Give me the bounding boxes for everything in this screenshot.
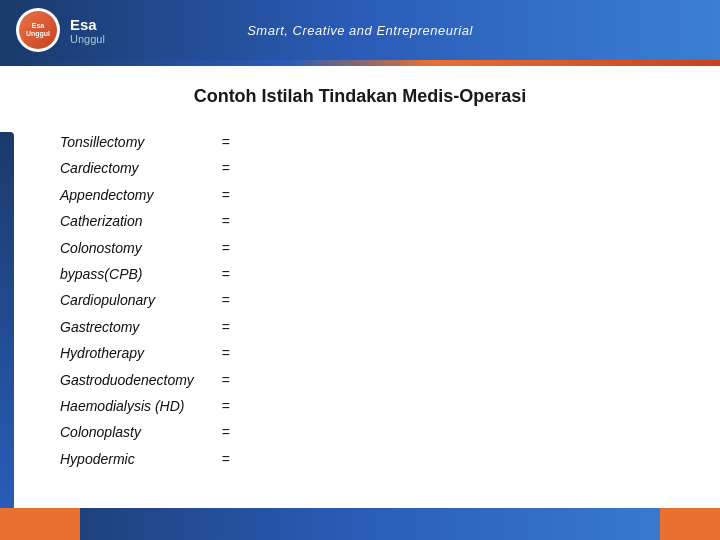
page-title: Contoh Istilah Tindakan Medis-Operasi [40, 86, 680, 107]
term-definition [234, 340, 620, 366]
page-wrapper: EsaUnggul Esa Unggul Smart, Creative and… [0, 0, 720, 540]
term-definition [234, 419, 620, 445]
term-name: Haemodialysis (HD) [60, 393, 214, 419]
term-name: Colonostomy [60, 235, 214, 261]
term-equals: = [214, 182, 234, 208]
term-equals: = [214, 208, 234, 234]
term-definition [234, 393, 620, 419]
logo-inner: EsaUnggul [19, 11, 57, 49]
term-definition [234, 155, 620, 181]
header: EsaUnggul Esa Unggul Smart, Creative and… [0, 0, 720, 60]
logo-name: Esa Unggul [70, 16, 105, 45]
header-tagline: Smart, Creative and Entrepreneurial [247, 23, 473, 38]
term-name: Appendectomy [60, 182, 214, 208]
footer [0, 508, 720, 540]
term-definition [234, 235, 620, 261]
term-definition [234, 287, 620, 313]
term-name: Hydrotherapy [60, 340, 214, 366]
left-accent-bar [0, 132, 14, 512]
term-definition [234, 314, 620, 340]
logo-name-text: Esa [70, 16, 105, 33]
term-name: Cardiectomy [60, 155, 214, 181]
terms-table: Tonsillectomy=Cardiectomy=Appendectomy=C… [60, 129, 620, 472]
term-equals: = [214, 261, 234, 287]
term-equals: = [214, 235, 234, 261]
term-name: Gastroduodenectomy [60, 367, 214, 393]
main-content: Contoh Istilah Tindakan Medis-Operasi To… [0, 66, 720, 508]
term-equals: = [214, 367, 234, 393]
term-equals: = [214, 340, 234, 366]
content-area: Contoh Istilah Tindakan Medis-Operasi To… [0, 66, 720, 508]
term-definition [234, 182, 620, 208]
logo-text: EsaUnggul [26, 22, 50, 37]
footer-accent-left [0, 508, 80, 540]
term-name: Catherization [60, 208, 214, 234]
term-equals: = [214, 419, 234, 445]
term-definition [234, 261, 620, 287]
term-equals: = [214, 155, 234, 181]
term-equals: = [214, 314, 234, 340]
logo-area: EsaUnggul Esa Unggul [16, 8, 105, 52]
term-definition [234, 208, 620, 234]
term-name: Tonsillectomy [60, 129, 214, 155]
term-equals: = [214, 129, 234, 155]
term-definition [234, 367, 620, 393]
logo-subname-text: Unggul [70, 33, 105, 45]
term-definition [234, 129, 620, 155]
term-equals: = [214, 287, 234, 313]
logo-circle: EsaUnggul [16, 8, 60, 52]
term-definition [234, 446, 620, 472]
footer-accent-right [660, 508, 720, 540]
term-name: Gastrectomy [60, 314, 214, 340]
term-equals: = [214, 446, 234, 472]
term-name: bypass(CPB) [60, 261, 214, 287]
term-name: Hypodermic [60, 446, 214, 472]
term-name: Cardiopulonary [60, 287, 214, 313]
term-equals: = [214, 393, 234, 419]
term-name: Colonoplasty [60, 419, 214, 445]
